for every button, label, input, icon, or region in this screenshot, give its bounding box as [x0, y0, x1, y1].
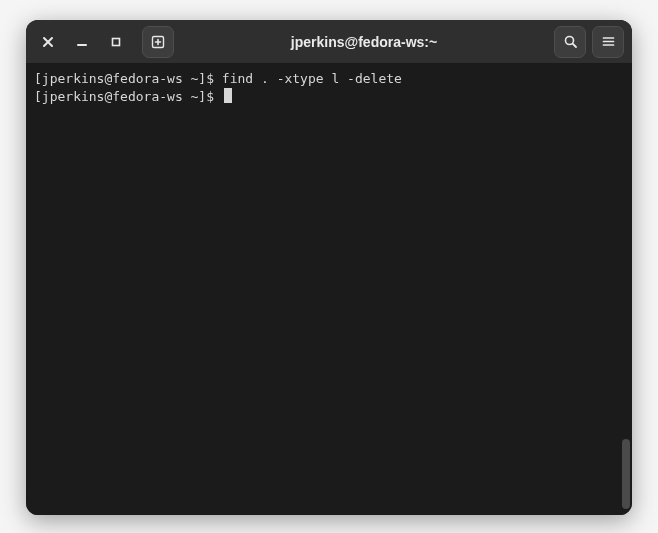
- scrollbar-thumb[interactable]: [622, 439, 630, 509]
- maximize-button[interactable]: [102, 28, 130, 56]
- terminal-window: jperkins@fedora-ws:~ [jperkins@fedora-ws…: [26, 20, 632, 515]
- svg-rect-0: [113, 38, 120, 45]
- hamburger-icon: [601, 34, 616, 49]
- window-title: jperkins@fedora-ws:~: [180, 34, 548, 50]
- terminal-line: [jperkins@fedora-ws ~]$ find . -xtype l …: [34, 70, 624, 88]
- close-icon: [42, 36, 54, 48]
- close-button[interactable]: [34, 28, 62, 56]
- titlebar: jperkins@fedora-ws:~: [26, 20, 632, 64]
- terminal-content[interactable]: [jperkins@fedora-ws ~]$ find . -xtype l …: [26, 64, 632, 515]
- minimize-button[interactable]: [68, 28, 96, 56]
- shell-prompt: [jperkins@fedora-ws ~]$: [34, 71, 222, 86]
- scrollbar-track[interactable]: [620, 64, 630, 515]
- maximize-icon: [110, 36, 122, 48]
- search-icon: [563, 34, 578, 49]
- minimize-icon: [76, 36, 88, 48]
- new-tab-button[interactable]: [142, 26, 174, 58]
- svg-point-2: [565, 37, 573, 45]
- new-tab-icon: [150, 34, 166, 50]
- menu-button[interactable]: [592, 26, 624, 58]
- shell-command: find . -xtype l -delete: [222, 71, 402, 86]
- shell-prompt: [jperkins@fedora-ws ~]$: [34, 89, 222, 104]
- terminal-line: [jperkins@fedora-ws ~]$: [34, 88, 624, 106]
- cursor: [224, 88, 232, 103]
- terminal-area[interactable]: [jperkins@fedora-ws ~]$ find . -xtype l …: [26, 64, 632, 515]
- search-button[interactable]: [554, 26, 586, 58]
